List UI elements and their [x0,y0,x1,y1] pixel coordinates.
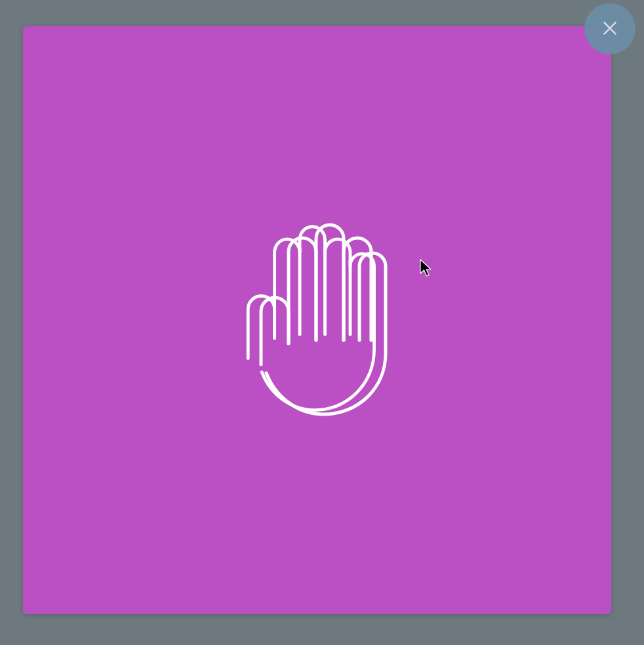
hand-icon [239,225,396,416]
modal-panel [23,26,611,614]
close-icon [601,20,618,39]
close-button[interactable] [584,3,635,54]
